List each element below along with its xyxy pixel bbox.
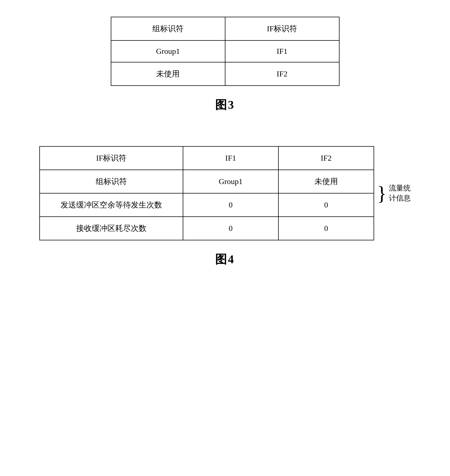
brace-label-line2: 计信息 <box>389 193 411 203</box>
table4-cell-2-0: 0 <box>183 217 278 240</box>
table3-col1-header: 组标识符 <box>111 17 225 40</box>
brace-label-text: 流量统 计信息 <box>389 183 411 204</box>
table4-cell-1-0: 0 <box>183 193 278 217</box>
table4-wrapper: IF标识符 IF1 IF2 组标识符Group1未使用发送缓冲区空余等待发生次数… <box>39 146 411 240</box>
figure3-section: 组标识符 IF标识符 Group1IF1未使用IF2 图3 <box>22 17 428 113</box>
table4-row-0-label: 组标识符 <box>40 170 183 193</box>
table4-row-1-label: 发送缓冲区空余等待发生次数 <box>40 193 183 217</box>
table3-header-row: 组标识符 IF标识符 <box>111 17 339 40</box>
figure4-caption: 图4 <box>215 252 235 267</box>
table3-cell-1-1: IF2 <box>225 62 339 86</box>
figure3-caption: 图3 <box>215 97 235 113</box>
table4-col1-header: IF1 <box>183 146 278 170</box>
figure4-section: IF标识符 IF1 IF2 组标识符Group1未使用发送缓冲区空余等待发生次数… <box>22 146 428 267</box>
table4-row-0: 组标识符Group1未使用 <box>40 170 374 193</box>
brace-icon: } <box>377 183 387 203</box>
table4-header-row: IF标识符 IF1 IF2 <box>40 146 374 170</box>
table4-row-2: 接收缓冲区耗尽次数00 <box>40 217 374 240</box>
table3-cell-0-0: Group1 <box>111 40 225 62</box>
table3-cell-0-1: IF1 <box>225 40 339 62</box>
table3-col2-header: IF标识符 <box>225 17 339 40</box>
table3: 组标识符 IF标识符 Group1IF1未使用IF2 <box>111 17 340 86</box>
table4-col2-header: IF2 <box>278 146 374 170</box>
table3-cell-1-0: 未使用 <box>111 62 225 86</box>
table4: IF标识符 IF1 IF2 组标识符Group1未使用发送缓冲区空余等待发生次数… <box>39 146 374 240</box>
table4-cell-2-1: 0 <box>278 217 374 240</box>
table4-cell-0-1: 未使用 <box>278 170 374 193</box>
table3-row-1: 未使用IF2 <box>111 62 339 86</box>
table3-row-0: Group1IF1 <box>111 40 339 62</box>
table4-row-1: 发送缓冲区空余等待发生次数00 <box>40 193 374 217</box>
table4-col0-header: IF标识符 <box>40 146 183 170</box>
brace-container: } 流量统 计信息 <box>377 183 411 204</box>
table4-cell-1-1: 0 <box>278 193 374 217</box>
table4-cell-0-0: Group1 <box>183 170 278 193</box>
table4-row-2-label: 接收缓冲区耗尽次数 <box>40 217 183 240</box>
brace-label-line1: 流量统 <box>389 183 411 193</box>
